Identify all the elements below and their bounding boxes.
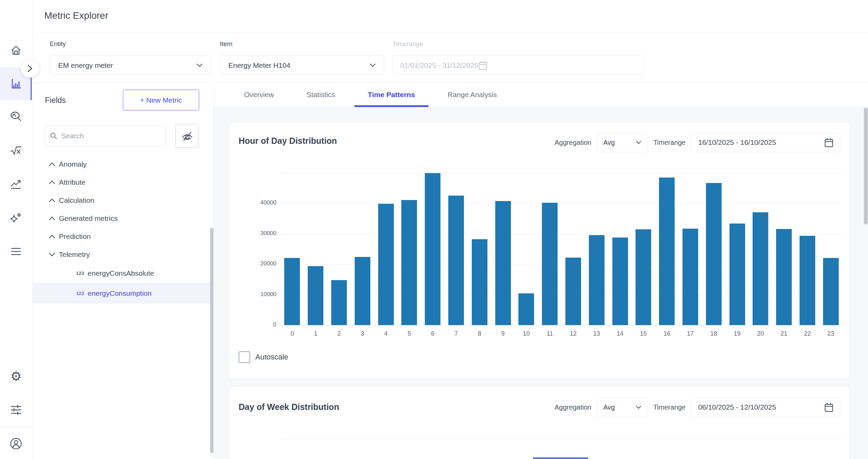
x-tick-11: 11: [538, 330, 562, 337]
day-aggregation-value: Avg: [603, 403, 636, 411]
aggregation-label: Aggregation: [554, 403, 591, 411]
tree-item-label: energyConsAbsolute: [88, 269, 154, 277]
bar-hour-8: [472, 239, 487, 325]
timerange-value: 01/01/2025 - 31/12/2025: [400, 61, 478, 70]
tree-section-label: Telemetry: [59, 250, 90, 259]
hour-aggregation-select[interactable]: Avg: [597, 133, 648, 152]
bar-hour-13: [589, 235, 605, 325]
nav-home-button[interactable]: [0, 41, 32, 60]
chevron-down-icon: [636, 406, 641, 409]
bar-hour-15: [636, 229, 651, 325]
y-tick-10000: 10000: [249, 291, 276, 298]
tab-overview[interactable]: Overview: [235, 83, 284, 107]
home-icon: [10, 45, 22, 56]
tree-section-label: Prediction: [59, 232, 91, 241]
nav-formula-button[interactable]: [0, 141, 32, 160]
tab-bar: OverviewStatisticsTime PatternsRange Ana…: [214, 83, 868, 107]
toggle-hidden-fields-button[interactable]: [175, 124, 199, 148]
day-chart-top-gridline: [280, 439, 842, 439]
day-aggregation-select[interactable]: Avg: [597, 397, 648, 417]
hour-card-title: Hour of Day Distribution: [239, 136, 337, 146]
gear-icon: ⚙: [10, 370, 21, 383]
chevron-up-icon: [49, 216, 59, 220]
entity-label: Entity: [50, 40, 66, 48]
tree-section-calculation[interactable]: Calculation: [33, 191, 213, 209]
nav-anomaly-button[interactable]: [0, 107, 32, 126]
bar-hour-3: [355, 257, 370, 325]
bar-hour-1: [308, 266, 323, 325]
bar-hour-5: [401, 200, 417, 325]
x-tick-2: 2: [327, 330, 351, 337]
entity-select-value: EM energy meter: [58, 61, 196, 70]
tree-item-energyConsumption[interactable]: 123energyConsumption: [33, 283, 213, 304]
x-tick-21: 21: [772, 330, 796, 337]
day-timerange-input[interactable]: 06/10/2025 - 12/10/2025: [691, 397, 841, 417]
bar-hour-4: [378, 204, 394, 325]
trend-line-icon: [10, 178, 22, 190]
day-timerange-value: 06/10/2025 - 12/10/2025: [698, 403, 824, 411]
bar-hour-19: [729, 224, 745, 325]
item-select[interactable]: Energy Meter H104: [220, 56, 384, 75]
nav-menu-button[interactable]: [0, 242, 32, 261]
x-tick-6: 6: [421, 330, 445, 337]
search-input[interactable]: [61, 132, 161, 140]
tree-item-energyConsAbsolute[interactable]: 123energyConsAbsolute: [33, 263, 213, 283]
x-tick-10: 10: [515, 330, 538, 337]
new-metric-button[interactable]: + New Metric: [123, 90, 199, 110]
sidebar-expand-button[interactable]: [21, 59, 39, 78]
anomaly-search-icon: [10, 111, 22, 123]
tree-section-label: Calculation: [59, 196, 94, 204]
item-label: Item: [220, 40, 232, 48]
entity-select[interactable]: EM energy meter: [50, 56, 211, 75]
bar-hour-18: [706, 183, 722, 325]
hour-bar-chart: [280, 173, 842, 325]
app-header: Metric Explorer: [33, 0, 868, 33]
tab-statistics[interactable]: Statistics: [297, 83, 345, 107]
menu-lines-icon: [10, 247, 22, 256]
tree-section-label: Attribute: [59, 178, 85, 186]
numeric-field-icon: 123: [76, 270, 84, 276]
tree-section-generated-metrics[interactable]: Generated metrics: [33, 209, 213, 227]
timerange-input[interactable]: 01/01/2025 - 31/12/2025: [392, 56, 644, 75]
x-tick-7: 7: [445, 330, 468, 337]
fields-panel-scrollbar[interactable]: [210, 228, 213, 453]
chevron-up-icon: [49, 162, 59, 166]
hour-timerange-input[interactable]: 16/10/2025 - 16/10/2025: [691, 133, 841, 152]
timerange-label: Timerange: [653, 139, 686, 147]
nav-preferences-button[interactable]: [0, 400, 32, 419]
tab-range-analysis[interactable]: Range Analysis: [438, 83, 507, 107]
bar-hour-14: [612, 238, 628, 325]
tree-section-attribute[interactable]: Attribute: [33, 173, 213, 191]
bar-hour-12: [565, 258, 581, 325]
field-search[interactable]: [45, 125, 166, 146]
bar-hour-7: [448, 196, 464, 325]
hour-aggregation-value: Avg: [603, 139, 636, 147]
nav-ai-button[interactable]: [0, 209, 32, 228]
x-tick-0: 0: [280, 330, 304, 337]
y-tick-20000: 20000: [249, 260, 276, 267]
x-tick-13: 13: [585, 330, 608, 337]
nav-trend-button[interactable]: [0, 174, 32, 194]
nav-account-button[interactable]: [0, 434, 32, 453]
y-tick-0: 0: [249, 321, 276, 328]
x-tick-20: 20: [749, 330, 772, 337]
account-person-icon: [10, 437, 22, 450]
autoscale-control[interactable]: Autoscale: [239, 351, 288, 363]
autoscale-checkbox[interactable]: [239, 351, 250, 363]
x-tick-5: 5: [398, 330, 421, 337]
y-tick-30000: 30000: [249, 230, 276, 237]
tree-section-anomaly[interactable]: Anomaly: [33, 155, 213, 173]
tab-time-patterns[interactable]: Time Patterns: [358, 83, 425, 107]
bar-hour-17: [682, 229, 698, 325]
chevron-right-icon: [27, 64, 33, 73]
page-scrollbar[interactable]: [864, 108, 868, 225]
calendar-icon: [824, 402, 834, 413]
timerange-label: Timerange: [653, 403, 686, 411]
tree-section-prediction[interactable]: Prediction: [33, 227, 213, 245]
tree-section-telemetry[interactable]: Telemetry: [33, 245, 213, 263]
day-card-title: Day of Week Distribution: [239, 402, 339, 412]
nav-settings-button[interactable]: ⚙: [0, 367, 32, 386]
page-title: Metric Explorer: [44, 10, 108, 21]
x-tick-18: 18: [702, 330, 725, 337]
calendar-icon: [824, 137, 834, 148]
